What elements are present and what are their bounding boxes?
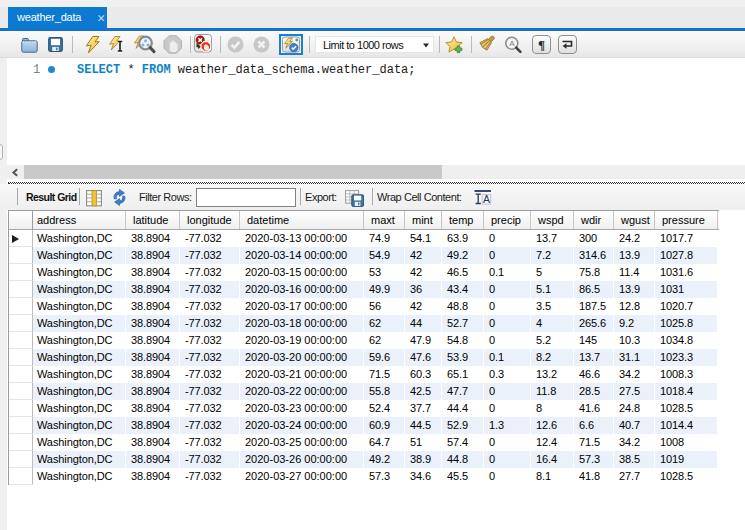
svg-text:A: A [509, 39, 515, 48]
svg-text:¶: ¶ [538, 37, 545, 52]
svg-text:A: A [483, 193, 490, 205]
